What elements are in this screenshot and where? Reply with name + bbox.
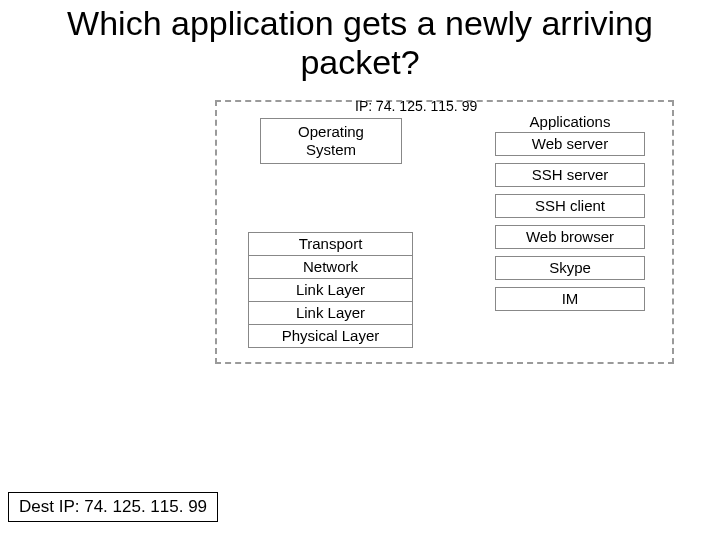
layer-network: Network (248, 256, 413, 279)
layer-link-2: Link Layer (248, 302, 413, 325)
app-im: IM (495, 287, 645, 311)
layer-link-1: Link Layer (248, 279, 413, 302)
diagram-canvas: IP: 74. 125. 115. 99 Operating System Tr… (0, 82, 720, 540)
protocol-stack: Transport Network Link Layer Link Layer … (248, 232, 413, 348)
dest-ip-box: Dest IP: 74. 125. 115. 99 (8, 492, 218, 522)
slide-title: Which application gets a newly arriving … (0, 0, 720, 82)
ip-address-label: IP: 74. 125. 115. 99 (355, 98, 477, 114)
layer-physical: Physical Layer (248, 325, 413, 348)
app-ssh-server: SSH server (495, 163, 645, 187)
app-web-browser: Web browser (495, 225, 645, 249)
layer-transport: Transport (248, 232, 413, 256)
app-skype: Skype (495, 256, 645, 280)
applications-stack: Applications Web server SSH server SSH c… (495, 112, 645, 311)
operating-system-box: Operating System (260, 118, 402, 164)
app-ssh-client: SSH client (495, 194, 645, 218)
applications-heading: Applications (495, 112, 645, 132)
app-web-server: Web server (495, 132, 645, 156)
